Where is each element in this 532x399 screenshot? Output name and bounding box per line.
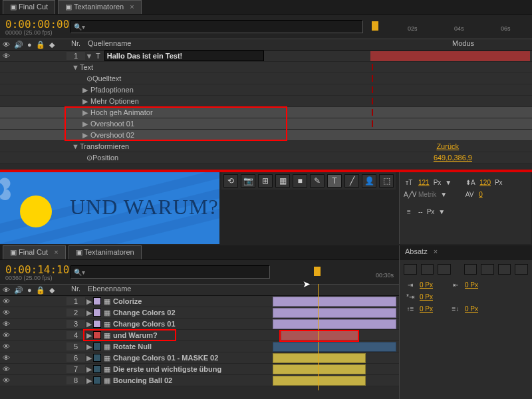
layer-name-input[interactable] (104, 51, 264, 61)
shape-tool-icon[interactable]: ⬚ (379, 174, 394, 188)
eye-icon[interactable]: 👁 (3, 342, 11, 350)
eye-icon[interactable]: 👁 (3, 320, 11, 328)
align-left-button[interactable] (404, 264, 417, 275)
eye-icon[interactable]: 👁 (3, 376, 11, 384)
tracking-value[interactable]: 0 (479, 191, 483, 198)
label-swatch[interactable] (93, 297, 101, 305)
twirl-icon[interactable]: ▶ (85, 297, 93, 306)
justify-right-button[interactable] (498, 264, 511, 275)
layer-bar[interactable] (273, 376, 366, 386)
rect-tool-icon[interactable]: ■ (293, 174, 307, 188)
composition-viewer[interactable]: ✿ UND WARUM? (0, 172, 219, 244)
indent-first-value[interactable]: 0 Px (420, 293, 433, 301)
close-icon[interactable]: × (130, 3, 134, 11)
twirl-icon[interactable]: ▶ (85, 320, 93, 329)
label-swatch[interactable] (93, 309, 101, 317)
label-swatch[interactable] (93, 376, 101, 384)
eye-icon[interactable]: 👁 (3, 331, 11, 339)
justify-left-button[interactable] (464, 264, 477, 275)
layer-bar[interactable] (273, 364, 366, 374)
space-before-value[interactable]: 0 Px (420, 305, 433, 313)
twirl-icon[interactable]: ▶ (85, 354, 93, 362)
dropdown-icon[interactable]: ▼ (438, 208, 445, 215)
layer-bar[interactable] (273, 297, 396, 307)
playhead-icon[interactable] (314, 267, 321, 276)
type-tool-icon[interactable]: T (327, 174, 342, 188)
search-input[interactable]: 🔍▾ (70, 265, 270, 279)
label-swatch[interactable] (93, 354, 101, 362)
eye-icon[interactable]: 👁 (3, 52, 11, 60)
tab-textanimatoren[interactable]: ▣ Textanimatoren (68, 245, 142, 259)
label-swatch[interactable] (93, 342, 101, 350)
brush-tool-icon[interactable]: ╱ (344, 174, 359, 188)
twirl-icon[interactable]: ▶ (82, 120, 90, 128)
grid-tool-icon[interactable]: ⊞ (258, 174, 273, 188)
label-icon[interactable]: ◆ (49, 41, 55, 49)
label-icon[interactable]: ◆ (49, 286, 55, 295)
close-icon[interactable]: × (54, 248, 58, 256)
stopwatch-icon[interactable]: ⊙ (86, 154, 92, 162)
font-size-value[interactable]: 121 (418, 179, 430, 186)
kerning-value[interactable]: Metrik (418, 191, 436, 198)
align-right-button[interactable] (438, 264, 451, 275)
twirl-icon[interactable]: ▼ (72, 142, 80, 150)
label-swatch[interactable] (93, 365, 101, 373)
eye-icon[interactable]: 👁 (3, 297, 11, 305)
solo-icon[interactable]: ● (27, 41, 32, 49)
col-number[interactable]: Nr. (66, 285, 85, 295)
label-swatch[interactable] (93, 320, 101, 328)
search-input[interactable]: 🔍▾ (70, 20, 363, 33)
twirl-icon[interactable]: ▶ (82, 131, 90, 140)
space-after-value[interactable]: 0 Px (465, 305, 478, 313)
eye-icon[interactable]: 👁 (3, 365, 11, 373)
twirl-icon[interactable]: ▶ (85, 342, 93, 351)
dropdown-icon[interactable]: ▼ (440, 191, 447, 198)
col-source[interactable]: Quellenname (85, 39, 452, 50)
align-center-button[interactable] (421, 264, 434, 275)
playhead-icon[interactable] (372, 21, 378, 31)
twirl-icon[interactable]: ▶ (85, 309, 93, 317)
eye-icon[interactable]: 👁 (3, 286, 10, 294)
tab-textanimatoren[interactable]: ▣ Textanimatoren × (58, 0, 142, 14)
track-area[interactable] (273, 296, 396, 389)
lock-icon[interactable]: 🔒 (36, 286, 45, 295)
track-area[interactable] (370, 51, 530, 157)
camera-tool-icon[interactable]: 📷 (241, 174, 255, 188)
pen-tool-icon[interactable]: ✎ (310, 174, 325, 188)
col-number[interactable]: Nr. (66, 39, 85, 50)
lock-icon[interactable]: 🔒 (36, 41, 45, 49)
rotate-tool-icon[interactable]: ⟲ (223, 174, 238, 188)
panel-tab[interactable]: Absatz × (400, 245, 532, 260)
current-timecode[interactable]: 0:00:00:00 (0, 18, 66, 31)
puppet-tool-icon[interactable]: 👤 (362, 174, 376, 188)
stopwatch-icon[interactable]: ⊙ (86, 74, 92, 83)
layer-bar[interactable] (273, 342, 396, 352)
twirl-icon[interactable]: ▶ (85, 376, 93, 385)
twirl-icon[interactable]: ▼ (85, 52, 93, 60)
timeline-ruler[interactable]: 02s 04s 06s (370, 16, 529, 37)
col-layername[interactable]: Ebenenname (85, 285, 399, 295)
grid2-tool-icon[interactable]: ▦ (275, 174, 290, 188)
eye-icon[interactable]: 👁 (3, 41, 10, 49)
solo-icon[interactable]: ● (27, 286, 32, 294)
twirl-icon[interactable]: ▶ (82, 108, 90, 117)
eye-icon[interactable]: 👁 (3, 354, 11, 362)
current-timecode[interactable]: 0:00:14:10 (0, 263, 66, 276)
indent-left-value[interactable]: 0 Px (420, 281, 433, 289)
twirl-icon[interactable]: ▼ (72, 63, 80, 71)
eye-icon[interactable]: 👁 (3, 309, 11, 317)
leading-value[interactable]: 120 (479, 179, 491, 186)
justify-all-button[interactable] (515, 264, 528, 275)
twirl-icon[interactable]: ▶ (82, 97, 90, 106)
timeline-ruler[interactable]: 00:30s (270, 261, 399, 283)
layer-bar[interactable] (273, 319, 396, 329)
baseline-value[interactable]: -- (418, 208, 423, 215)
indent-right-value[interactable]: 0 Px (465, 281, 478, 289)
layer-bar[interactable] (273, 353, 366, 363)
speaker-icon[interactable]: 🔊 (14, 286, 23, 295)
col-mode[interactable]: Modus (452, 39, 532, 50)
tab-final-cut[interactable]: ▣ Final Cut × (3, 245, 66, 259)
tab-final-cut[interactable]: ▣ Final Cut (3, 0, 55, 14)
close-icon[interactable]: × (434, 247, 438, 255)
justify-center-button[interactable] (481, 264, 494, 275)
